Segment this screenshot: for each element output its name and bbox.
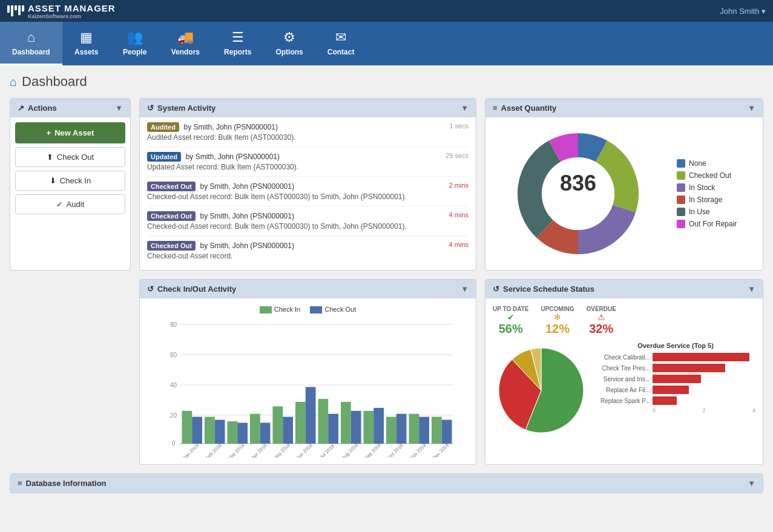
user-menu[interactable]: John Smith ▾: [720, 7, 766, 16]
stat-icon: ⚠: [597, 312, 605, 322]
svg-rect-22: [260, 423, 271, 444]
checkout-legend: Check Out: [310, 306, 356, 314]
nav-label-assets: Assets: [74, 48, 98, 56]
asset-qty-icon: ≡: [493, 103, 498, 113]
activity-badge: Checked Out: [147, 211, 196, 221]
activity-title: System Activity: [157, 103, 215, 113]
svg-text:80: 80: [170, 321, 177, 328]
stat-value: 32%: [589, 322, 613, 336]
system-activity-panel: ↺ System Activity ▼ Audited by Smith, Jo…: [139, 98, 476, 271]
logo-bar: [7, 5, 10, 13]
overdue-bar-item: Replace Air Fil...: [596, 386, 755, 394]
activity-item: Audited by Smith, John (PSN000001) Audit…: [147, 117, 469, 147]
asset-qty-collapse[interactable]: ▼: [748, 103, 755, 113]
logo-bar: [15, 5, 17, 10]
logo-sub: KaizenSoftware.com: [28, 13, 116, 19]
nav-options[interactable]: ⚙ Options: [263, 22, 315, 65]
checkinout-panel: ↺ Check In/Out Activity ▼ Check In Check…: [139, 279, 476, 465]
overdue-bar: [653, 353, 749, 361]
actions-panel-body: + New Asset ⬆ Check Out ⬇ Check In ✓ Aud…: [10, 117, 130, 219]
service-content: Overdue Service (Top 5) Check Calibrati.…: [493, 342, 755, 441]
svg-rect-21: [250, 414, 260, 444]
activity-desc: Checked-out Asset record: Bulk Item (AST…: [147, 222, 444, 231]
activity-time: 1 secs: [449, 122, 469, 130]
options-icon: ⚙: [283, 30, 295, 45]
nav-dashboard[interactable]: ⌂ Dashboard: [0, 22, 62, 65]
svg-text:Jun 2018: Jun 2018: [295, 442, 314, 458]
asset-qty-body: 836 NoneChecked OutIn StockIn StorageIn …: [485, 117, 763, 270]
database-collapse[interactable]: ▼: [748, 479, 755, 488]
legend-label: Checked Out: [689, 171, 731, 180]
overdue-item-label: Replace Air Fil...: [596, 387, 650, 393]
bar-group: Feb 2018: [205, 417, 225, 458]
legend-label: Out For Repair: [689, 220, 737, 228]
service-collapse[interactable]: ▼: [748, 284, 755, 294]
database-panel: ≡ Database Information ▼: [10, 473, 763, 493]
top-bar: ASSET MANAGER KaizenSoftware.com John Sm…: [0, 0, 773, 22]
logo-bar: [18, 5, 21, 15]
activity-collapse-icon[interactable]: ▼: [461, 103, 469, 113]
check-in-button[interactable]: ⬇ Check In: [15, 171, 125, 191]
svg-rect-25: [283, 417, 293, 444]
legend-dot: [677, 208, 685, 216]
activity-left: Updated by Smith, John (PSN000001) Updat…: [147, 152, 441, 171]
new-asset-button[interactable]: + New Asset: [15, 122, 125, 143]
legend-label: In Storage: [689, 195, 722, 204]
nav-people[interactable]: 👥 People: [111, 22, 159, 65]
activity-list[interactable]: Audited by Smith, John (PSN000001) Audit…: [147, 117, 469, 265]
legend-item: In Stock: [677, 183, 737, 192]
svg-rect-45: [432, 417, 442, 444]
people-icon: 👥: [127, 30, 143, 45]
activity-badge: Checked Out: [147, 241, 196, 251]
vendors-icon: 🚚: [177, 30, 194, 45]
svg-rect-36: [364, 411, 374, 444]
svg-rect-18: [228, 421, 238, 444]
contact-icon: ✉: [335, 30, 346, 45]
logo-bar: [11, 5, 13, 16]
legend-dot: [677, 159, 685, 168]
stat-icon: ✔: [507, 312, 515, 322]
overdue-item-label: Check Calibrati...: [596, 354, 650, 361]
svg-text:Sep 2018: Sep 2018: [363, 442, 382, 458]
legend-label: In Use: [689, 208, 710, 216]
stat-value: 56%: [499, 322, 523, 336]
check-out-button[interactable]: ⬆ Check Out: [15, 147, 125, 167]
activity-item: Checked Out by Smith, John (PSN000001) C…: [147, 177, 469, 206]
service-pie-svg: [493, 342, 590, 439]
nav-reports[interactable]: ☰ Reports: [212, 22, 263, 65]
svg-rect-31: [328, 414, 338, 444]
activity-line1: Audited by Smith, John (PSN000001): [147, 122, 444, 132]
svg-rect-13: [192, 417, 202, 444]
audit-icon: ✓: [56, 200, 63, 209]
donut-segment: [578, 145, 602, 151]
svg-text:Apr 2018: Apr 2018: [250, 442, 268, 458]
nav-vendors[interactable]: 🚚 Vendors: [159, 22, 212, 65]
asset-qty-header-left: ≡ Asset Quantity: [493, 103, 556, 113]
activity-by: by Smith, John (PSN000001): [200, 212, 294, 220]
database-row: ≡ Database Information ▼: [10, 473, 763, 493]
stat-label: OVERDUE: [586, 306, 616, 312]
overdue-chart: Overdue Service (Top 5) Check Calibrati.…: [596, 342, 755, 413]
activity-by: by Smith, John (PSN000001): [184, 123, 278, 131]
page-title-area: ⌂ Dashboard: [10, 74, 763, 90]
service-stat: UP TO DATE ✔ 56%: [493, 306, 528, 336]
svg-rect-34: [351, 411, 361, 444]
checkinout-collapse[interactable]: ▼: [461, 284, 469, 294]
service-stat: OVERDUE ⚠ 32%: [586, 306, 616, 336]
nav-contact[interactable]: ✉ Contact: [315, 22, 367, 65]
activity-line1: Checked Out by Smith, John (PSN000001): [147, 182, 444, 191]
activity-time: 29 secs: [446, 152, 469, 159]
asset-legend: NoneChecked OutIn StockIn StorageIn UseO…: [677, 159, 737, 228]
audit-button[interactable]: ✓ Audit: [15, 194, 125, 214]
legend-item: None: [677, 159, 737, 168]
nav-assets[interactable]: ▦ Assets: [62, 22, 111, 65]
legend-item: In Use: [677, 208, 737, 216]
svg-rect-19: [237, 423, 248, 444]
actions-header-left: ↗ Actions: [18, 103, 57, 113]
legend-item: Out For Repair: [677, 220, 737, 228]
overdue-bar-item: Check Tire Pres...: [596, 364, 755, 372]
svg-text:Oct 2018: Oct 2018: [386, 442, 404, 458]
actions-collapse-icon[interactable]: ▼: [115, 103, 123, 113]
activity-left: Checked Out by Smith, John (PSN000001) C…: [147, 241, 444, 260]
database-title: Database Information: [26, 479, 107, 488]
